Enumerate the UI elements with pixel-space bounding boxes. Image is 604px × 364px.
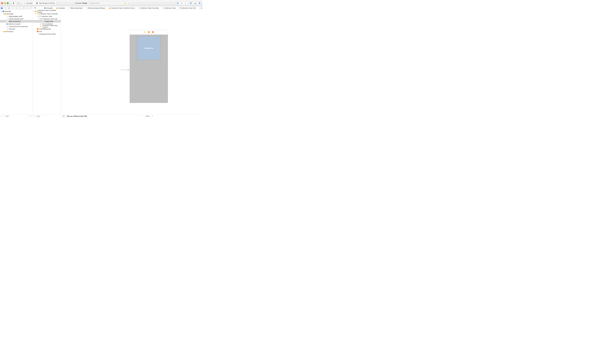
project-tree: ▼Example▼ExampleAppDelegate.swiftViewCon… xyxy=(0,10,33,114)
jump-bar-crumb[interactable]: Collection View Controller xyxy=(138,7,160,9)
svg-marker-68 xyxy=(38,34,39,35)
navigator-tabs xyxy=(0,6,33,10)
svg-rect-19 xyxy=(8,8,10,8)
svg-rect-47 xyxy=(35,8,35,9)
zoom-level: 100% xyxy=(146,115,150,117)
close-window-button[interactable] xyxy=(1,2,3,4)
interface-builder-canvas[interactable]: UIImageView xyxy=(61,10,202,114)
left-panel-toggle[interactable] xyxy=(189,2,193,5)
window-traffic-lights xyxy=(1,2,9,4)
jump-bar-crumb[interactable]: Main.storyboard (Base) xyxy=(85,7,106,9)
svg-rect-62 xyxy=(40,26,41,26)
zoom-in-button[interactable]: + xyxy=(152,115,153,117)
jump-bar-crumb[interactable]: Example xyxy=(43,7,53,9)
svg-marker-23 xyxy=(16,7,17,9)
svg-rect-29 xyxy=(3,11,4,11)
svg-point-51 xyxy=(69,8,70,8)
jump-bar-crumb[interactable]: Collection View Controller Scene xyxy=(108,7,135,9)
project-navigator-tab[interactable] xyxy=(1,7,3,9)
outline-row[interactable]: ▼Collection View xyxy=(33,15,61,18)
test-navigator-tab[interactable] xyxy=(19,7,21,9)
find-navigator-tab[interactable] xyxy=(12,7,14,9)
svg-point-53 xyxy=(86,8,87,8)
toggle-outline-button[interactable]: ◫ xyxy=(62,115,65,117)
scene-titlebar[interactable] xyxy=(130,30,168,34)
zoom-window-button[interactable] xyxy=(7,2,9,4)
version-editor-button[interactable] xyxy=(184,2,188,5)
svg-rect-54 xyxy=(163,7,164,9)
status-app-name: Example: xyxy=(75,2,82,4)
standard-editor-button[interactable] xyxy=(176,2,180,5)
project-tree-row[interactable]: AppDelegate.swift xyxy=(0,15,33,18)
svg-rect-2 xyxy=(24,2,25,4)
report-navigator-tab[interactable] xyxy=(30,7,32,9)
project-tree-row[interactable]: Assets.xcassets xyxy=(0,23,33,25)
svg-rect-1 xyxy=(18,2,19,4)
warning-count: 1 xyxy=(126,2,126,4)
add-button[interactable]: + xyxy=(1,115,2,117)
outline-row[interactable]: Collection View Flow Layout xyxy=(33,25,61,28)
svg-rect-59 xyxy=(41,18,42,20)
collection-view[interactable]: UIImageView xyxy=(130,35,168,103)
jump-bar-crumb[interactable]: Example xyxy=(56,7,65,9)
uiimageview[interactable]: UIImageView xyxy=(138,37,160,59)
svg-marker-72 xyxy=(128,69,129,71)
jump-bar-crumb[interactable]: Collection View xyxy=(162,7,176,9)
svg-point-39 xyxy=(3,115,4,117)
jump-bar-crumb[interactable]: Main.storyboard xyxy=(68,7,83,9)
outline-filter-input[interactable] xyxy=(37,115,60,117)
project-tree-row[interactable]: ViewController.swift xyxy=(0,18,33,20)
entry-point-arrow-icon xyxy=(120,68,129,71)
breakpoint-navigator-tab[interactable] xyxy=(26,7,28,9)
editor-column: UIImageView xyxy=(61,10,202,118)
project-tree-row[interactable]: ▼Example xyxy=(0,10,33,13)
status-time: Today at 8:52 xyxy=(89,2,99,4)
navigator-panel: ▼Example▼ExampleAppDelegate.swiftViewCon… xyxy=(0,6,33,118)
debug-navigator-tab[interactable] xyxy=(23,7,25,9)
svg-rect-12 xyxy=(190,2,191,4)
project-tree-row[interactable]: Info.plist xyxy=(0,28,33,30)
recent-filter-icon[interactable] xyxy=(28,115,30,117)
minimize-window-button[interactable] xyxy=(4,2,6,4)
outline-row[interactable]: Image View xyxy=(33,20,61,23)
zoom-controls: − 100% + xyxy=(142,115,153,117)
forward-button[interactable]: 〉 xyxy=(40,7,43,9)
svg-marker-24 xyxy=(19,7,21,9)
issue-navigator-tab[interactable] xyxy=(15,7,17,9)
project-tree-row[interactable]: Main.storyboard xyxy=(0,20,33,23)
svg-rect-49 xyxy=(44,7,46,9)
svg-rect-43 xyxy=(34,7,35,8)
navigator-filter-input[interactable] xyxy=(5,115,27,117)
scheme-selector[interactable]: Example 〉 Tibor Bodecs's iPhone xyxy=(22,1,56,5)
scheme-target: Example xyxy=(26,2,33,4)
bottom-panel-toggle[interactable] xyxy=(193,2,197,5)
related-items-button[interactable] xyxy=(34,7,37,9)
storyboard-scene[interactable]: UIImageView xyxy=(130,30,168,103)
outline-row[interactable]: ▼Collection View Controller Scene xyxy=(33,10,61,13)
run-button[interactable] xyxy=(12,1,16,5)
jump-bar-crumb[interactable]: Collection View Cell xyxy=(178,7,196,9)
zoom-out-button[interactable]: − xyxy=(142,115,143,117)
outline-row[interactable]: Exit xyxy=(33,30,61,33)
back-button[interactable]: 〈 xyxy=(37,7,40,9)
outline-row[interactable]: ▼Collection View Cell xyxy=(33,18,61,20)
stop-button[interactable] xyxy=(16,1,21,5)
assistant-editor-button[interactable] xyxy=(180,2,184,5)
outline-row[interactable]: Storyboard Entry Point xyxy=(33,33,61,35)
symbol-navigator-tab[interactable] xyxy=(8,7,10,9)
outline-row[interactable]: ▼Collection View Controller xyxy=(33,13,61,15)
jump-bar-crumb[interactable]: Image View xyxy=(198,7,202,9)
svg-rect-20 xyxy=(8,9,10,9)
project-tree-row[interactable]: LaunchScreen.storyboard xyxy=(0,25,33,28)
right-panel-toggle[interactable] xyxy=(197,2,201,5)
svg-rect-58 xyxy=(39,16,40,17)
issues-pill[interactable]: 1 xyxy=(123,2,127,4)
project-tree-row[interactable]: ▼Example xyxy=(0,13,33,15)
view-as-label[interactable]: View as: iPhone 8 (wC hR) xyxy=(67,115,87,117)
navigator-filter-bar: + xyxy=(0,114,33,118)
project-tree-row[interactable]: ▶Products xyxy=(0,30,33,33)
scm-filter-icon[interactable] xyxy=(30,115,32,117)
run-stop-group xyxy=(12,1,21,5)
svg-rect-66 xyxy=(37,31,38,32)
source-control-navigator-tab[interactable] xyxy=(5,7,7,9)
